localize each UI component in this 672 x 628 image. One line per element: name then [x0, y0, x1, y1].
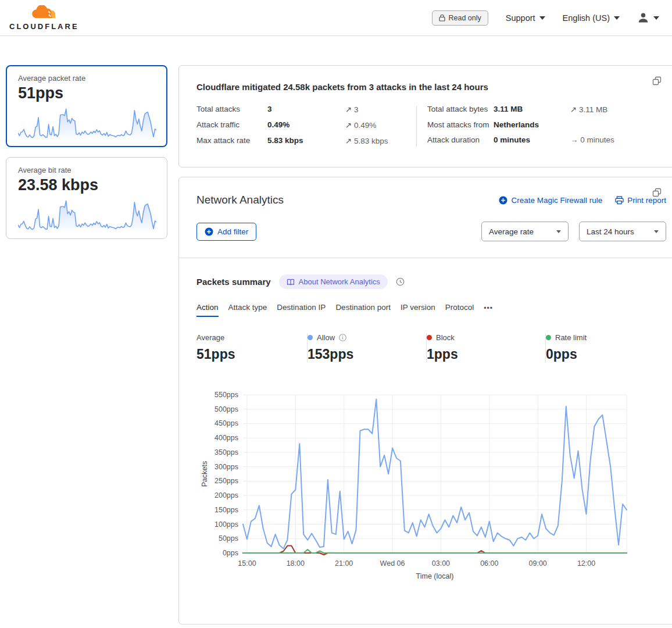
vertical-divider: [416, 106, 417, 147]
stat-label: Rate limit: [555, 333, 587, 342]
stat-label: Allow: [317, 333, 335, 342]
network-analytics-card: Network Analytics Create Magic Firewall …: [178, 177, 672, 625]
button-label: Add filter: [217, 227, 248, 236]
attack-summary-card: Cloudflare mitigated 24.58k packets from…: [178, 65, 672, 167]
select-value: Last 24 hours: [587, 227, 634, 236]
dimension-tabs: Action Attack type Destination IP Destin…: [196, 303, 666, 317]
row-value: 0 minutes: [494, 135, 570, 144]
info-icon[interactable]: [339, 334, 346, 341]
row-value: 5.83 kbps: [267, 136, 345, 145]
cloudflare-logo[interactable]: CLOUDFLARE: [9, 5, 79, 30]
summary-title: Cloudflare mitigated 24.58k packets from…: [196, 82, 666, 92]
tab-destination-ip[interactable]: Destination IP: [277, 303, 326, 317]
svg-text:350pps: 350pps: [215, 448, 238, 456]
sparkline: [18, 105, 156, 141]
summary-right-table: Total attack bytes 3.11 MB ↗ 3.11 MB Mos…: [427, 105, 647, 152]
chevron-down-icon: [654, 230, 659, 233]
select-value: Average rate: [489, 227, 534, 236]
row-label: Attack traffic: [196, 120, 267, 129]
stat-block: Block 1pps: [427, 333, 545, 362]
network-analytics-title: Network Analytics: [196, 194, 284, 206]
row-label: Total attack bytes: [427, 105, 494, 113]
packets-summary-title: Packets summary: [196, 277, 271, 287]
svg-text:15:00: 15:00: [238, 559, 256, 568]
svg-text:21:00: 21:00: [335, 559, 353, 568]
logo-wordmark: CLOUDFLARE: [9, 23, 79, 30]
rate-limit-dot-icon: [546, 335, 551, 340]
about-network-analytics-badge[interactable]: About Network Analytics: [279, 274, 388, 289]
row-value: 3.11 MB: [494, 105, 570, 113]
svg-text:Time (local): Time (local): [416, 572, 454, 580]
snapshot-clock-icon[interactable]: [396, 277, 405, 286]
svg-text:03:00: 03:00: [432, 559, 450, 568]
svg-text:250pps: 250pps: [215, 477, 238, 485]
chevron-down-icon: [556, 230, 561, 233]
support-menu[interactable]: Support: [506, 13, 545, 23]
tab-ip-version[interactable]: IP version: [401, 303, 435, 317]
summary-row: Total attack bytes 3.11 MB ↗ 3.11 MB: [427, 105, 647, 114]
account-menu[interactable]: [637, 12, 659, 24]
create-magic-firewall-rule-link[interactable]: Create Magic Firewall rule: [499, 196, 602, 205]
svg-text:06:00: 06:00: [480, 559, 498, 568]
summary-row: Max attack rate 5.83 kbps ↗ 5.83 kbps: [196, 136, 416, 145]
plus-circle-icon: [499, 196, 507, 205]
svg-text:12:00: 12:00: [577, 559, 595, 568]
chevron-down-icon: [614, 16, 620, 20]
tab-attack-type[interactable]: Attack type: [228, 303, 267, 317]
svg-text:300pps: 300pps: [215, 463, 238, 471]
link-label: Create Magic Firewall rule: [511, 196, 602, 205]
printer-icon: [615, 196, 624, 205]
copy-icon[interactable]: [652, 76, 662, 88]
row-delta: → 0 minutes: [570, 135, 614, 144]
stat-value: 1pps: [427, 347, 530, 362]
metric-card-packet-rate[interactable]: Average packet rate 51pps: [6, 65, 167, 147]
svg-text:200pps: 200pps: [215, 491, 238, 499]
section-divider: [179, 258, 672, 258]
copy-icon[interactable]: [652, 188, 662, 199]
svg-text:400pps: 400pps: [215, 434, 238, 442]
stat-label: Block: [436, 333, 455, 342]
row-label: Attack duration: [427, 135, 494, 144]
row-delta: ↗ 5.83 kbps: [345, 136, 388, 145]
metric-select[interactable]: Average rate: [481, 222, 569, 241]
add-filter-button[interactable]: Add filter: [196, 223, 256, 241]
stat-label: Average: [196, 333, 224, 342]
summary-row: Attack duration 0 minutes → 0 minutes: [427, 135, 647, 144]
cloudflare-cloud-icon: [31, 5, 57, 22]
chevron-down-icon: [653, 16, 659, 20]
svg-text:550pps: 550pps: [215, 391, 238, 399]
user-icon: [637, 12, 649, 24]
badge-label: About Network Analytics: [299, 277, 380, 286]
svg-text:Wed 06: Wed 06: [380, 559, 405, 568]
metric-value: 23.58 kbps: [18, 176, 155, 194]
support-label: Support: [506, 13, 535, 23]
block-dot-icon: [427, 335, 432, 340]
tab-destination-port[interactable]: Destination port: [335, 303, 391, 317]
summary-row: Total attacks 3 ↗ 3: [196, 105, 416, 114]
legend-stats-row: Average 51pps Allow 153pps: [196, 333, 666, 362]
summary-left-table: Total attacks 3 ↗ 3 Attack traffic 0.49%…: [196, 105, 416, 152]
top-header: CLOUDFLARE Read only Support English (US…: [0, 0, 672, 36]
tab-protocol[interactable]: Protocol: [445, 303, 474, 317]
plus-circle-icon: [205, 227, 213, 236]
more-tabs-button[interactable]: •••: [484, 304, 493, 316]
row-label: Most attacks from: [427, 120, 494, 129]
row-delta: ↗ 3.11 MB: [570, 105, 607, 114]
metric-label: Average packet rate: [18, 74, 155, 83]
main-content: Cloudflare mitigated 24.58k packets from…: [178, 65, 672, 625]
summary-row: Attack traffic 0.49% ↗ 0.49%: [196, 120, 416, 130]
metric-card-bit-rate[interactable]: Average bit rate 23.58 kbps: [6, 157, 167, 239]
read-only-label: Read only: [449, 14, 481, 22]
time-range-select[interactable]: Last 24 hours: [579, 222, 666, 241]
metric-sidebar: Average packet rate 51pps Average bit ra…: [6, 65, 167, 239]
chevron-down-icon: [539, 16, 545, 20]
row-value: 3: [267, 105, 345, 113]
read-only-badge: Read only: [432, 10, 488, 26]
lock-icon: [439, 14, 445, 22]
stat-rate-limit: Rate limit 0pps: [546, 333, 664, 362]
tab-action[interactable]: Action: [196, 303, 219, 317]
language-menu[interactable]: English (US): [563, 13, 620, 23]
svg-text:50pps: 50pps: [219, 534, 238, 543]
svg-text:09:00: 09:00: [529, 559, 547, 568]
svg-text:450pps: 450pps: [215, 419, 238, 427]
